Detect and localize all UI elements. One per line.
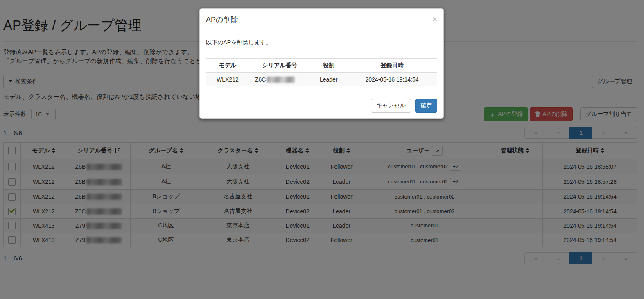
modal-cell-serial: Z6C <box>249 73 310 86</box>
modal-table-header-row: モデル シリアル番号 役割 登録日時 <box>206 59 437 73</box>
modal-header: APの削除 × <box>200 9 443 31</box>
modal-serial-prefix: Z6C <box>255 76 266 83</box>
modal-body: 以下のAPを削除します。 モデル シリアル番号 役割 登録日時 WLX212 Z… <box>200 31 443 93</box>
modal-col-registered: 登録日時 <box>347 59 437 73</box>
modal-cell-role: Leader <box>310 73 347 86</box>
modal-divider <box>206 52 437 52</box>
delete-ap-modal: APの削除 × 以下のAPを削除します。 モデル シリアル番号 役割 登録日時 … <box>199 8 444 119</box>
modal-cell-registered: 2024-05-16 19:14:54 <box>347 73 437 86</box>
modal-col-role: 役割 <box>310 59 347 73</box>
modal-cancel-button[interactable]: キャンセル <box>371 99 411 113</box>
modal-footer: キャンセル 確定 <box>200 93 443 118</box>
modal-body-text: 以下のAPを削除します。 <box>206 39 437 46</box>
modal-col-serial: シリアル番号 <box>249 59 310 73</box>
modal-close-icon[interactable]: × <box>432 15 437 23</box>
modal-ap-table: モデル シリアル番号 役割 登録日時 WLX212 Z6C Leader 202… <box>206 58 437 86</box>
modal-serial-masked-blur <box>267 77 295 83</box>
modal-title: APの削除 <box>206 15 238 25</box>
modal-col-model: モデル <box>206 59 249 73</box>
modal-confirm-button[interactable]: 確定 <box>415 99 437 113</box>
modal-cell-model: WLX212 <box>206 73 249 86</box>
modal-table-row: WLX212 Z6C Leader 2024-05-16 19:14:54 <box>206 73 437 86</box>
